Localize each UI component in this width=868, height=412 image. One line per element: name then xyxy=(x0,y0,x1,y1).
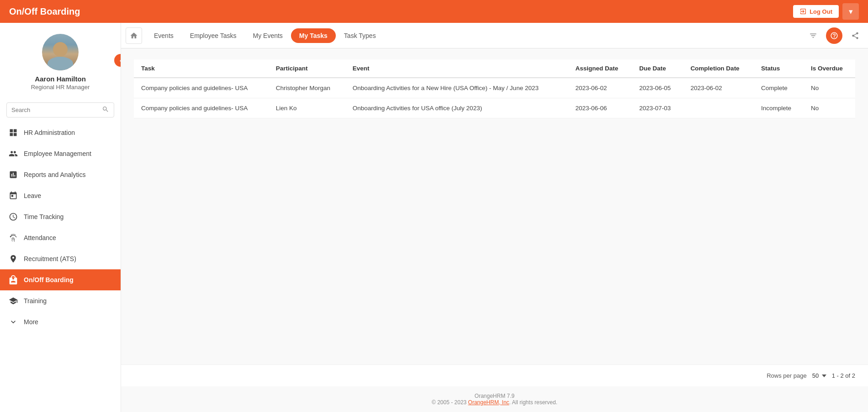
nav-label-attendance: Attendance xyxy=(24,234,56,241)
rows-per-page-select[interactable]: 50 25 10 xyxy=(812,372,826,379)
col-participant: Participant xyxy=(269,59,345,78)
home-icon xyxy=(130,32,138,40)
search-bar[interactable] xyxy=(6,102,114,118)
nav-label-leave: Leave xyxy=(24,192,41,199)
table-cell: Company policies and guidelines- USA xyxy=(134,78,269,98)
sidebar-item-more[interactable]: More xyxy=(0,311,121,332)
nav-menu: HR Administration Employee Management Re… xyxy=(0,120,121,412)
avatar xyxy=(42,34,79,70)
col-task: Task xyxy=(134,59,269,78)
sidebar-item-employee-management[interactable]: Employee Management xyxy=(0,143,121,164)
calendar-icon xyxy=(8,191,18,201)
table-cell: Company policies and guidelines- USA xyxy=(134,98,269,118)
nav-label-more: More xyxy=(24,318,38,326)
table-cell: No xyxy=(804,98,855,118)
table-row: Company policies and guidelines- USAChri… xyxy=(134,78,855,98)
table-cell: Onboarding Activities for USA office (Ju… xyxy=(345,98,568,118)
table-row: Company policies and guidelines- USALien… xyxy=(134,98,855,118)
top-header: On/Off Boarding Log Out ▾ xyxy=(0,0,868,23)
share-icon xyxy=(851,32,859,40)
tab-events[interactable]: Events xyxy=(146,28,182,43)
tab-task-types[interactable]: Task Types xyxy=(336,28,384,43)
table-cell: Complete xyxy=(754,78,804,98)
nav-label-recruitment: Recruitment (ATS) xyxy=(24,255,76,262)
sidebar-item-recruitment[interactable]: Recruitment (ATS) xyxy=(0,248,121,269)
col-completion-date: Completion Date xyxy=(683,59,754,78)
table-cell: 2023-06-05 xyxy=(632,78,683,98)
header-actions: Log Out ▾ xyxy=(793,3,859,20)
table-cell: Incomplete xyxy=(754,98,804,118)
chart-icon xyxy=(8,170,18,180)
logout-button[interactable]: Log Out xyxy=(793,5,839,18)
logout-icon xyxy=(799,8,807,15)
help-icon xyxy=(830,32,838,40)
tab-bar-actions xyxy=(805,27,863,44)
table-cell: Lien Ko xyxy=(269,98,345,118)
filter-button[interactable] xyxy=(805,27,821,44)
clock-icon xyxy=(8,212,18,222)
nav-label-employee-mgmt: Employee Management xyxy=(24,150,91,157)
footer-version: OrangeHRM 7.9 xyxy=(127,393,862,399)
sidebar-collapse-button[interactable]: ‹ xyxy=(114,54,121,67)
profile-role: Regional HR Manager xyxy=(31,84,90,91)
sidebar: ‹ Aaron Hamilton Regional HR Manager HR … xyxy=(0,23,121,412)
sidebar-item-training[interactable]: Training xyxy=(0,290,121,311)
table-cell: Onboarding Activities for a New Hire (US… xyxy=(345,78,568,98)
tab-employee-tasks[interactable]: Employee Tasks xyxy=(182,28,245,43)
footer-link[interactable]: OrangeHRM, Inc xyxy=(468,399,509,406)
footer-copyright: © 2005 - 2023 OrangeHRM, Inc. All rights… xyxy=(127,399,862,406)
filter-icon xyxy=(809,32,817,40)
page-title: On/Off Boarding xyxy=(9,6,80,17)
tab-home-button[interactable] xyxy=(126,27,142,44)
tab-my-tasks[interactable]: My Tasks xyxy=(291,28,336,43)
table-cell: 2023-06-06 xyxy=(568,98,632,118)
sidebar-profile: ‹ Aaron Hamilton Regional HR Manager xyxy=(0,23,121,98)
main-content: Task Participant Event Assigned Date Due… xyxy=(121,48,868,364)
tab-my-events[interactable]: My Events xyxy=(245,28,291,43)
tasks-table: Task Participant Event Assigned Date Due… xyxy=(134,59,855,118)
boarding-icon xyxy=(8,275,18,285)
sidebar-item-reports-analytics[interactable]: Reports and Analytics xyxy=(0,164,121,185)
pagination-info: 1 - 2 of 2 xyxy=(832,372,855,379)
sidebar-item-onboarding[interactable]: On/Off Boarding xyxy=(0,269,121,290)
table-cell xyxy=(683,98,754,118)
col-event: Event xyxy=(345,59,568,78)
col-due-date: Due Date xyxy=(632,59,683,78)
people-icon xyxy=(8,149,18,159)
col-is-overdue: Is Overdue xyxy=(804,59,855,78)
grid-icon xyxy=(8,128,18,138)
nav-label-reports: Reports and Analytics xyxy=(24,171,85,178)
col-status: Status xyxy=(754,59,804,78)
nav-label-hr-admin: HR Administration xyxy=(24,129,75,136)
nav-label-onboarding: On/Off Boarding xyxy=(24,276,74,284)
nav-label-training: Training xyxy=(24,297,47,305)
recruitment-icon xyxy=(8,254,18,264)
tab-bar: Events Employee Tasks My Events My Tasks… xyxy=(121,23,868,48)
sidebar-item-time-tracking[interactable]: Time Tracking xyxy=(0,206,121,227)
footer: OrangeHRM 7.9 © 2005 - 2023 OrangeHRM, I… xyxy=(121,386,868,412)
nav-label-time-tracking: Time Tracking xyxy=(24,213,64,220)
table-cell: No xyxy=(804,78,855,98)
training-icon xyxy=(8,296,18,306)
table-cell: 2023-06-02 xyxy=(568,78,632,98)
header-dropdown-button[interactable]: ▾ xyxy=(842,3,859,20)
table-cell: 2023-06-02 xyxy=(683,78,754,98)
sidebar-item-leave[interactable]: Leave xyxy=(0,185,121,206)
sidebar-item-hr-administration[interactable]: HR Administration xyxy=(0,122,121,143)
search-icon xyxy=(102,106,109,114)
share-button[interactable] xyxy=(847,27,863,44)
sidebar-item-attendance[interactable]: Attendance xyxy=(0,227,121,248)
col-assigned-date: Assigned Date xyxy=(568,59,632,78)
rows-per-page-label: Rows per page xyxy=(767,372,806,379)
fingerprint-icon xyxy=(8,233,18,243)
profile-name: Aaron Hamilton xyxy=(35,75,86,83)
table-cell: Christopher Morgan xyxy=(269,78,345,98)
pagination-bar: Rows per page 50 25 10 1 - 2 of 2 xyxy=(121,364,868,386)
help-button[interactable] xyxy=(826,27,842,44)
search-input[interactable] xyxy=(11,107,102,113)
main-layout: ‹ Aaron Hamilton Regional HR Manager HR … xyxy=(0,23,868,412)
content-area: Events Employee Tasks My Events My Tasks… xyxy=(121,23,868,412)
more-icon xyxy=(8,317,18,327)
table-cell: 2023-07-03 xyxy=(632,98,683,118)
